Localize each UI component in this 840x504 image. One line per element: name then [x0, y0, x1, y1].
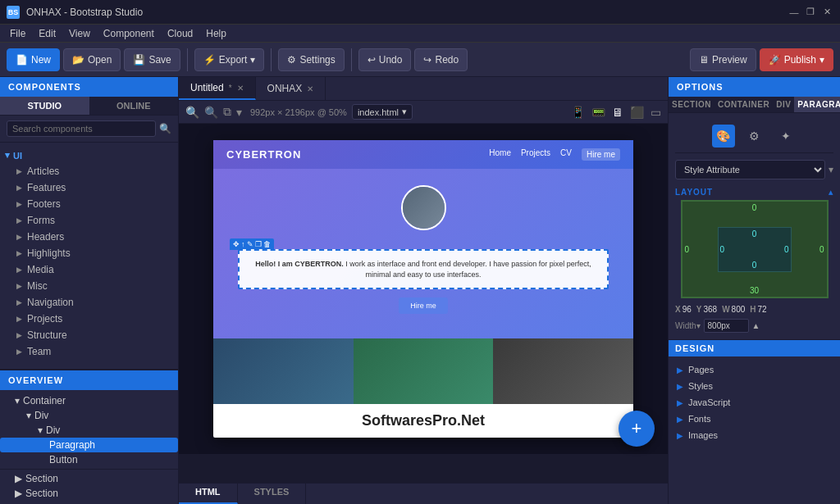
- style-attr-row: Style Attribute ▾: [675, 160, 833, 179]
- zoom-in-button[interactable]: 🔍: [185, 106, 199, 119]
- menu-help[interactable]: Help: [199, 26, 233, 41]
- divider: [0, 469, 178, 470]
- nav-hireme[interactable]: Hire me: [582, 148, 620, 161]
- tab-styles[interactable]: STYLES: [238, 484, 307, 504]
- search-input[interactable]: [7, 120, 156, 137]
- redo-button[interactable]: ↪ Redo: [414, 48, 468, 71]
- publish-button[interactable]: 🚀 Publish ▾: [760, 48, 833, 71]
- design-images[interactable]: ▶ Images: [675, 427, 833, 443]
- comp-footers[interactable]: ▶Footers: [0, 196, 178, 212]
- separator3: [351, 48, 352, 71]
- design-fonts[interactable]: ▶ Fonts: [675, 411, 833, 427]
- menu-edit[interactable]: Edit: [32, 26, 62, 41]
- edit-icon[interactable]: ✎: [247, 240, 253, 248]
- nav-cv[interactable]: CV: [560, 148, 572, 161]
- widescreen-icon[interactable]: ⬛: [630, 106, 644, 119]
- comp-features[interactable]: ▶Features: [0, 179, 178, 196]
- new-button[interactable]: 📄 New: [7, 48, 60, 71]
- menu-view[interactable]: View: [62, 26, 97, 41]
- tree-div-1[interactable]: ▾Div: [0, 408, 178, 423]
- menu-component[interactable]: Component: [97, 26, 161, 41]
- copy-icon[interactable]: ❐: [255, 240, 262, 248]
- tab-div[interactable]: DIV: [773, 97, 794, 112]
- undo-button[interactable]: ↩ Undo: [358, 48, 412, 71]
- fullwidth-icon[interactable]: ▭: [651, 106, 661, 119]
- chevron-down-icon3[interactable]: ▾: [236, 106, 242, 119]
- design-styles[interactable]: ▶ Styles: [675, 378, 833, 394]
- tablet-icon[interactable]: 📟: [591, 106, 605, 119]
- window-controls[interactable]: — ❐ ✕: [788, 6, 833, 19]
- search-box: 🔍: [0, 116, 178, 143]
- collapse-icon[interactable]: ▴: [829, 188, 833, 197]
- toolbar: 📄 New 📂 Open 💾 Save ⚡ Export ▾ ⚙ Setting…: [0, 43, 840, 77]
- comp-navigation[interactable]: ▶Navigation: [0, 294, 178, 311]
- tree-section-1[interactable]: ▶Section: [0, 471, 178, 486]
- close-tab-onhax[interactable]: ✕: [307, 84, 313, 93]
- settings-button[interactable]: ⚙ Settings: [278, 48, 344, 71]
- zoom-out-button[interactable]: 🔍: [204, 106, 218, 119]
- preview-logo: CYBERTRON: [226, 148, 301, 161]
- redo-icon: ↪: [423, 54, 431, 66]
- separator2: [271, 48, 272, 71]
- open-button[interactable]: 📂 Open: [63, 48, 121, 71]
- design-pages[interactable]: ▶ Pages: [675, 361, 833, 378]
- tree-paragraph[interactable]: Paragraph: [0, 438, 178, 452]
- coord-w: W 800: [722, 305, 745, 314]
- section-ui[interactable]: ▾ UI: [0, 146, 178, 163]
- nav-projects[interactable]: Projects: [521, 148, 550, 161]
- nav-home[interactable]: Home: [489, 148, 511, 161]
- file-dropdown[interactable]: index.html ▾: [352, 104, 413, 120]
- comp-media[interactable]: ▶Media: [0, 261, 178, 278]
- save-button[interactable]: 💾 Save: [124, 48, 180, 71]
- tab-untitled[interactable]: Untitled * ✕: [179, 77, 256, 100]
- star-icon[interactable]: ✦: [774, 125, 797, 148]
- responsive-icon[interactable]: ⧉: [223, 105, 231, 119]
- comp-forms[interactable]: ▶Forms: [0, 212, 178, 229]
- search-icon[interactable]: 🔍: [159, 123, 171, 134]
- up-icon[interactable]: ↑: [241, 240, 245, 248]
- new-icon: 📄: [16, 54, 28, 66]
- tree-section-2[interactable]: ▶Section: [0, 486, 178, 501]
- width-input[interactable]: [704, 319, 749, 333]
- mobile-icon[interactable]: 📱: [571, 106, 585, 119]
- tab-paragraph[interactable]: PARAGRAPH: [794, 97, 840, 112]
- close-tab-untitled[interactable]: ✕: [237, 84, 244, 93]
- gear-icon[interactable]: ⚙: [743, 125, 766, 148]
- tree-container[interactable]: ▾Container: [0, 393, 178, 408]
- add-fab-button[interactable]: +: [619, 411, 655, 447]
- comp-structure[interactable]: ▶Structure: [0, 327, 178, 343]
- tab-html[interactable]: HTML: [179, 484, 238, 504]
- tab-container[interactable]: CONTAINER: [714, 97, 773, 112]
- layout-section-label: LAYOUT ▴: [675, 188, 833, 197]
- stepper-up-icon[interactable]: ▲: [752, 321, 760, 330]
- move-icon[interactable]: ✥: [233, 240, 240, 248]
- preview-nav-links: Home Projects CV Hire me: [489, 148, 620, 161]
- tree-div-2[interactable]: ▾Div: [0, 423, 178, 438]
- export-button[interactable]: ⚡ Export ▾: [194, 48, 265, 71]
- menu-cloud[interactable]: Cloud: [161, 26, 199, 41]
- tab-onhax[interactable]: ONHAX ✕: [256, 77, 326, 100]
- minimize-button[interactable]: —: [788, 6, 801, 19]
- tab-online[interactable]: ONLINE: [89, 97, 179, 115]
- tree-button[interactable]: Button: [0, 452, 178, 467]
- close-button[interactable]: ✕: [820, 6, 833, 19]
- comp-misc[interactable]: ▶Misc: [0, 278, 178, 294]
- preview-hire-button[interactable]: Hire me: [399, 297, 448, 314]
- desktop-icon[interactable]: 🖥: [612, 106, 623, 119]
- watermark-text: SoftwaresPro.Net: [362, 412, 485, 429]
- delete-icon[interactable]: 🗑: [263, 240, 271, 248]
- style-attr-select[interactable]: Style Attribute: [675, 160, 825, 179]
- tab-section[interactable]: SECTION: [669, 97, 714, 112]
- comp-highlights[interactable]: ▶Highlights: [0, 245, 178, 261]
- menu-file[interactable]: File: [3, 26, 32, 41]
- maximize-button[interactable]: ❐: [804, 6, 817, 19]
- tab-studio[interactable]: STUDIO: [0, 97, 89, 115]
- comp-headers[interactable]: ▶Headers: [0, 229, 178, 245]
- palette-icon[interactable]: 🎨: [712, 125, 735, 148]
- design-javascript[interactable]: ▶ JavaScript: [675, 394, 833, 411]
- comp-team[interactable]: ▶Team: [0, 343, 178, 360]
- canvas-viewport[interactable]: CYBERTRON Home Projects CV Hire me: [179, 124, 668, 454]
- preview-button[interactable]: 🖥 Preview: [690, 48, 756, 71]
- comp-projects[interactable]: ▶Projects: [0, 311, 178, 327]
- comp-articles[interactable]: ▶Articles: [0, 163, 178, 179]
